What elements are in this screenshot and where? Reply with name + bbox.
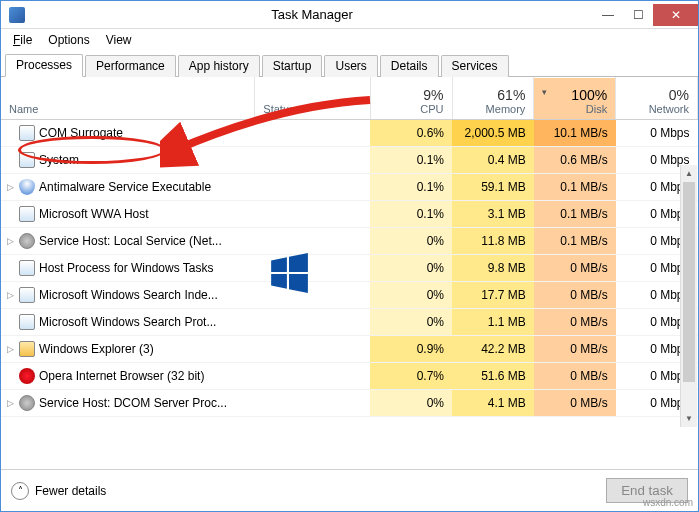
process-icon	[19, 179, 35, 195]
tab-app-history[interactable]: App history	[178, 55, 260, 77]
col-header-cpu[interactable]: 9%CPU	[370, 78, 452, 120]
process-icon	[19, 314, 35, 330]
memory-cell: 11.8 MB	[452, 228, 534, 255]
memory-cell: 17.7 MB	[452, 282, 534, 309]
tab-startup[interactable]: Startup	[262, 55, 323, 77]
expand-icon[interactable]: ▷	[5, 398, 15, 408]
menu-file-label: ile	[20, 33, 32, 47]
cpu-cell: 0.1%	[370, 174, 452, 201]
process-icon	[19, 260, 35, 276]
expand-icon[interactable]: ▷	[5, 182, 15, 192]
fewer-details-button[interactable]: ˄ Fewer details	[11, 482, 106, 500]
process-name: Host Process for Windows Tasks	[39, 261, 214, 275]
disk-cell: 0.1 MB/s	[534, 174, 616, 201]
tab-services[interactable]: Services	[441, 55, 509, 77]
scroll-down-button[interactable]: ▼	[681, 410, 697, 427]
memory-cell: 4.1 MB	[452, 390, 534, 417]
cpu-cell: 0.1%	[370, 201, 452, 228]
scroll-thumb[interactable]	[683, 182, 695, 382]
close-button[interactable]: ✕	[653, 4, 698, 26]
process-icon	[19, 125, 35, 141]
status-cell	[255, 336, 370, 363]
expand-icon	[5, 155, 15, 165]
col-header-disk[interactable]: ▾100%Disk	[534, 78, 616, 120]
memory-cell: 1.1 MB	[452, 309, 534, 336]
minimize-button[interactable]: —	[593, 4, 623, 26]
expand-icon	[5, 209, 15, 219]
menu-file[interactable]: File	[7, 31, 38, 49]
scroll-up-button[interactable]: ▲	[681, 165, 697, 182]
footer: ˄ Fewer details End task	[1, 469, 698, 511]
process-table-wrap: Name Status 9%CPU 61%Memory ▾100%Disk 0%…	[1, 77, 698, 469]
col-header-status[interactable]: Status	[255, 78, 370, 120]
status-cell	[255, 228, 370, 255]
process-icon	[19, 341, 35, 357]
process-name: COM Surrogate	[39, 126, 123, 140]
status-cell	[255, 282, 370, 309]
expand-icon[interactable]: ▷	[5, 236, 15, 246]
memory-cell: 0.4 MB	[452, 147, 534, 174]
cpu-cell: 0%	[370, 390, 452, 417]
chevron-up-icon: ˄	[11, 482, 29, 500]
memory-cell: 42.2 MB	[452, 336, 534, 363]
disk-cell: 0 MB/s	[534, 255, 616, 282]
tab-processes[interactable]: Processes	[5, 54, 83, 77]
memory-cell: 51.6 MB	[452, 363, 534, 390]
process-name: Microsoft Windows Search Prot...	[39, 315, 216, 329]
watermark: wsxdn.com	[643, 497, 693, 508]
process-table: Name Status 9%CPU 61%Memory ▾100%Disk 0%…	[1, 77, 698, 417]
memory-cell: 2,000.5 MB	[452, 120, 534, 147]
menu-options[interactable]: Options	[42, 31, 95, 49]
process-name: Microsoft Windows Search Inde...	[39, 288, 218, 302]
disk-cell: 0 MB/s	[534, 363, 616, 390]
status-cell	[255, 255, 370, 282]
process-name: Windows Explorer (3)	[39, 342, 154, 356]
process-name: Microsoft WWA Host	[39, 207, 149, 221]
disk-cell: 0 MB/s	[534, 336, 616, 363]
cpu-cell: 0%	[370, 309, 452, 336]
tab-performance[interactable]: Performance	[85, 55, 176, 77]
tab-details[interactable]: Details	[380, 55, 439, 77]
table-row[interactable]: Host Process for Windows Tasks 0% 9.8 MB…	[1, 255, 698, 282]
disk-cell: 0.1 MB/s	[534, 201, 616, 228]
process-icon	[19, 152, 35, 168]
expand-icon[interactable]: ▷	[5, 344, 15, 354]
table-row[interactable]: COM Surrogate 0.6% 2,000.5 MB 10.1 MB/s …	[1, 120, 698, 147]
table-row[interactable]: Opera Internet Browser (32 bit) 0.7% 51.…	[1, 363, 698, 390]
col-header-name[interactable]: Name	[1, 78, 255, 120]
menu-view[interactable]: View	[100, 31, 138, 49]
expand-icon	[5, 317, 15, 327]
maximize-button[interactable]: ☐	[623, 4, 653, 26]
table-row[interactable]: ▷ Service Host: DCOM Server Proc... 0% 4…	[1, 390, 698, 417]
table-row[interactable]: System 0.1% 0.4 MB 0.6 MB/s 0 Mbps	[1, 147, 698, 174]
disk-cell: 0 MB/s	[534, 282, 616, 309]
titlebar[interactable]: Task Manager — ☐ ✕	[1, 1, 698, 29]
expand-icon[interactable]: ▷	[5, 290, 15, 300]
table-row[interactable]: ▷ Microsoft Windows Search Inde... 0% 17…	[1, 282, 698, 309]
disk-cell: 10.1 MB/s	[534, 120, 616, 147]
table-row[interactable]: Microsoft WWA Host 0.1% 3.1 MB 0.1 MB/s …	[1, 201, 698, 228]
status-cell	[255, 201, 370, 228]
table-row[interactable]: Microsoft Windows Search Prot... 0% 1.1 …	[1, 309, 698, 336]
task-manager-window: Task Manager — ☐ ✕ File Options View Pro…	[0, 0, 699, 512]
status-cell	[255, 174, 370, 201]
memory-cell: 59.1 MB	[452, 174, 534, 201]
app-icon	[9, 7, 25, 23]
process-icon	[19, 233, 35, 249]
process-icon	[19, 395, 35, 411]
table-row[interactable]: ▷ Service Host: Local Service (Net... 0%…	[1, 228, 698, 255]
tab-users[interactable]: Users	[324, 55, 377, 77]
network-cell: 0 Mbps	[616, 120, 698, 147]
process-icon	[19, 206, 35, 222]
expand-icon	[5, 371, 15, 381]
window-title: Task Manager	[31, 7, 593, 22]
process-name: Service Host: Local Service (Net...	[39, 234, 222, 248]
expand-icon	[5, 263, 15, 273]
table-row[interactable]: ▷ Antimalware Service Executable 0.1% 59…	[1, 174, 698, 201]
col-header-network[interactable]: 0%Network	[616, 78, 698, 120]
vertical-scrollbar[interactable]: ▲ ▼	[680, 165, 697, 427]
menubar: File Options View	[1, 29, 698, 51]
fewer-details-label: Fewer details	[35, 484, 106, 498]
col-header-memory[interactable]: 61%Memory	[452, 78, 534, 120]
table-row[interactable]: ▷ Windows Explorer (3) 0.9% 42.2 MB 0 MB…	[1, 336, 698, 363]
